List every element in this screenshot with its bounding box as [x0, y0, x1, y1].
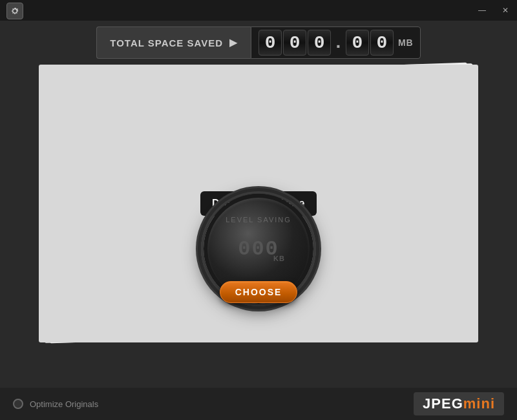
minimize-button[interactable]: — [470, 0, 494, 21]
settings-button[interactable] [6, 3, 23, 19]
digit-2: 0 [283, 30, 306, 56]
drop-area[interactable]: Drop Photos Here LEVEL SAVING 000 KB CHO… [39, 65, 478, 342]
digit-3: 0 [308, 30, 331, 56]
decimal-dot: . [332, 33, 345, 53]
total-space-text: TOTAL SPACE SAVED [110, 37, 223, 48]
title-bar: — ✕ [0, 0, 517, 21]
header: TOTAL SPACE SAVED ▶ 0 0 0 . 0 0 MB [0, 21, 517, 65]
brand-logo-container: JPEGmini [414, 392, 504, 415]
close-button[interactable]: ✕ [494, 0, 517, 21]
optimize-label-text: Optimize Originals [30, 399, 98, 409]
knob-unit: KB [273, 255, 285, 262]
digit-5: 0 [370, 30, 394, 56]
space-counter-display: 0 0 0 . 0 0 MB [251, 26, 421, 59]
choose-button[interactable]: CHOOSE [220, 281, 297, 303]
unit-label: MB [398, 37, 414, 48]
knob[interactable]: LEVEL SAVING 000 KB CHOOSE [204, 194, 313, 304]
choose-label: CHOOSE [235, 287, 282, 297]
digit-4: 0 [346, 30, 369, 56]
brand-jpeg: JPEG [423, 395, 463, 412]
play-icon: ▶ [229, 37, 238, 48]
optimize-checkbox[interactable] [13, 399, 23, 409]
total-space-label-container: TOTAL SPACE SAVED ▶ [96, 26, 251, 59]
knob-inner-label: LEVEL SAVING [207, 216, 310, 224]
brand-logo: JPEGmini [423, 395, 495, 412]
bottom-bar: Optimize Originals JPEGmini [0, 388, 517, 420]
digit-1: 0 [258, 30, 282, 56]
brand-mini: mini [463, 395, 495, 412]
knob-area: LEVEL SAVING 000 KB CHOOSE [200, 194, 317, 336]
optimize-originals-option[interactable]: Optimize Originals [13, 399, 98, 409]
